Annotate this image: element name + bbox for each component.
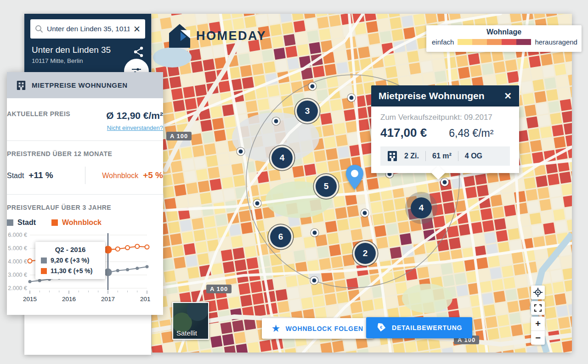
svg-text:2017: 2017 (101, 296, 115, 302)
tooltip-swatch (41, 268, 47, 274)
zoom-out-button[interactable]: − (531, 331, 545, 345)
panel-title: MIETPREISE WOHNUNGEN (32, 81, 128, 89)
building-icon (387, 151, 398, 162)
legend-color-scale (458, 39, 531, 45)
price-history-chart: 6.000 €5.000 €4.000 €3.000 €2.000 €20152… (7, 230, 163, 310)
search-icon (35, 25, 43, 33)
homeday-logo: HOMEDAY (169, 24, 266, 48)
legend-swatch (472, 39, 487, 45)
tooltip-row: 9,20 € (+3 %) (41, 257, 100, 264)
star-icon: ★ (272, 323, 280, 334)
chart-legend-block: Wohnblock (51, 218, 102, 227)
popup-title: Mietpreise Wohnungen (379, 90, 485, 101)
homeday-house-icon (169, 24, 190, 48)
satellite-toggle[interactable]: Satellit (172, 302, 209, 340)
price-tag-icon: € (376, 323, 386, 333)
address-line1: Unter den Linden 35 (32, 45, 111, 55)
property-dot-marker[interactable] (272, 118, 280, 125)
divider (425, 151, 426, 161)
wohnlage-legend: Wohnlage einfach herausragend (426, 25, 582, 52)
search-input[interactable] (47, 25, 130, 33)
tooltip-swatch (41, 258, 47, 263)
svg-text:2.000 €: 2.000 € (8, 285, 27, 291)
app-window: HOMEDAY 345624A 100A 100A 100A 100 Mietp… (0, 0, 588, 364)
popup-floor: 4 OG (465, 152, 482, 160)
zoom-control: + − (531, 317, 545, 345)
svg-text:2015: 2015 (23, 296, 37, 302)
popup-price: 417,00 € (380, 126, 427, 140)
map-canvas[interactable]: HOMEDAY 345624A 100A 100A 100A 100 Mietp… (152, 14, 572, 353)
price-popup: Mietpreise Wohnungen ✕ Zum Verkaufszeitp… (371, 85, 519, 173)
popup-price-sqm: 6,48 €/m² (449, 127, 493, 140)
satellite-label: Satellit (173, 327, 200, 339)
current-price-label: AKTUELLER PREIS (7, 110, 70, 118)
address-line2: 10117 Mitte, Berlin (32, 57, 111, 64)
divider (458, 151, 458, 161)
follow-block-label: WOHNBLOCK FOLGEN (286, 325, 363, 332)
disagree-link[interactable]: Nicht einverstanden? (106, 124, 163, 131)
zoom-in-button[interactable]: + (531, 317, 545, 330)
road-label: A 100 (206, 285, 232, 293)
trend-block-value: +5 % (143, 170, 163, 180)
svg-text:2016: 2016 (62, 296, 76, 302)
legend-swatch (458, 39, 472, 45)
legend-swatch (516, 39, 531, 45)
history-title: PREISVERLAUF ÜBER 3 JAHRE (7, 204, 163, 211)
brand-wordmark: HOMEDAY (196, 29, 266, 43)
trend-title: PREISTREND ÜBER 12 MONATE (7, 150, 163, 157)
property-dot-marker[interactable] (361, 209, 369, 217)
current-price-value: Ø 12,90 €/m² (106, 110, 163, 121)
fullscreen-button[interactable] (531, 301, 545, 315)
price-cluster-marker[interactable]: 6 (270, 226, 291, 247)
property-dot-marker[interactable] (237, 148, 245, 156)
property-dot-marker[interactable] (441, 179, 449, 186)
legend-title: Wohnlage (432, 28, 576, 36)
legend-swatch (502, 39, 516, 45)
price-cluster-marker[interactable]: 5 (316, 176, 337, 197)
popup-area: 61 m² (432, 152, 452, 160)
legend-swatch (51, 219, 58, 226)
detail-rating-label: DETAILBEWERTUNG (392, 324, 462, 331)
property-dot-marker[interactable] (348, 94, 356, 102)
property-dot-marker[interactable] (309, 83, 317, 90)
divider (85, 167, 85, 184)
rent-price-panel: MIETPREISE WOHNUNGEN AKTUELLER PREIS Ø 1… (7, 72, 163, 315)
share-icon[interactable] (134, 46, 144, 57)
price-cluster-marker[interactable]: 4 (271, 147, 293, 168)
road-label: A 100 (166, 132, 192, 140)
svg-text:5.000 €: 5.000 € (8, 245, 27, 252)
property-dot-marker[interactable] (311, 277, 318, 285)
locate-me-button[interactable] (531, 286, 545, 299)
trend-block-label: Wohnblock (102, 172, 138, 180)
svg-text:3.000 €: 3.000 € (8, 272, 27, 278)
price-cluster-marker[interactable]: 2 (355, 243, 376, 264)
popup-subtitle: Zum Verkaufszeitpunkt: 09.2017 (380, 113, 510, 122)
tooltip-row: 11,30 € (+5 %) (41, 267, 100, 274)
close-icon[interactable]: ✕ (504, 91, 512, 101)
trend-city-label: Stadt (7, 172, 24, 180)
legend-swatch (7, 219, 13, 226)
property-dot-marker[interactable] (254, 200, 261, 207)
property-dot-marker[interactable] (311, 229, 319, 237)
popup-rooms: 2 Zi. (404, 152, 419, 160)
clear-search-icon[interactable]: ✕ (133, 25, 141, 34)
price-cluster-marker[interactable]: 4 (411, 197, 432, 218)
svg-text:4.000 €: 4.000 € (8, 258, 27, 265)
chart-tooltip: Q2 - 2016 9,20 € (+3 %)11,30 € (+5 %) (35, 242, 105, 279)
building-icon (16, 80, 26, 90)
legend-max-label: herausragend (535, 38, 577, 46)
tooltip-title: Q2 - 2016 (41, 246, 100, 253)
legend-swatch (487, 39, 502, 45)
follow-block-button[interactable]: ★ WOHNBLOCK FOLGEN (262, 318, 373, 339)
legend-min-label: einfach (432, 38, 454, 46)
detail-rating-button[interactable]: € DETAILBEWERTUNG (366, 317, 472, 338)
chart-legend-city: Stadt (7, 218, 36, 227)
svg-text:6.000 €: 6.000 € (8, 232, 27, 238)
trend-city-value: +11 % (28, 170, 53, 180)
search-box: ✕ (30, 19, 145, 39)
svg-text:2018: 2018 (140, 296, 150, 302)
price-cluster-marker[interactable]: 3 (297, 101, 318, 122)
location-pin (344, 164, 366, 190)
svg-text:€: € (380, 325, 383, 330)
